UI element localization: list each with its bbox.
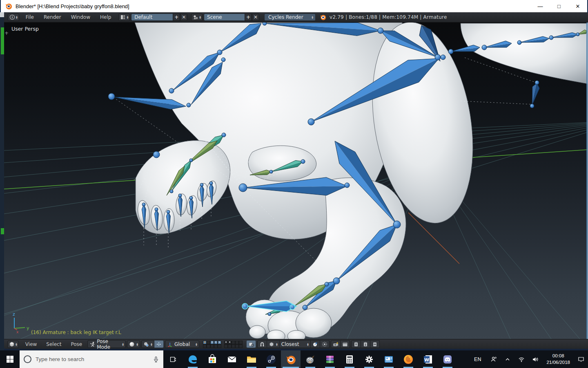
- orientation-value: Global: [174, 341, 194, 347]
- tray-overflow-button[interactable]: [501, 350, 514, 368]
- start-button[interactable]: [0, 350, 20, 368]
- toolshelf-expand-button[interactable]: +: [4, 30, 9, 36]
- taskbar-app-mail[interactable]: [222, 350, 242, 368]
- taskbar-app-gimp[interactable]: [301, 350, 320, 368]
- viewport-shading-selector[interactable]: [127, 340, 140, 348]
- layer-cell[interactable]: [203, 341, 207, 344]
- opengl-render-animation-button[interactable]: [341, 340, 350, 348]
- layer-cell[interactable]: [235, 341, 239, 344]
- taskbar-app-file-explorer[interactable]: [242, 350, 261, 368]
- add-layout-button[interactable]: +: [173, 13, 180, 21]
- layer-cell[interactable]: [214, 344, 218, 348]
- search-input[interactable]: [36, 356, 149, 362]
- snap-toggle[interactable]: [257, 340, 267, 348]
- layer-cell[interactable]: [228, 344, 232, 348]
- taskbar-app-settings[interactable]: [359, 350, 379, 368]
- action-center-icon: [578, 356, 584, 363]
- window-left-edge: [0, 12, 4, 350]
- taskbar-app-display[interactable]: [379, 350, 399, 368]
- layer-cell[interactable]: [218, 344, 221, 348]
- layer-cell[interactable]: [232, 344, 235, 348]
- pose-mode-icon: [89, 341, 95, 347]
- 3d-viewport[interactable]: z y x User Persp + (16) Armature : back …: [4, 22, 588, 339]
- paste-flipped-pose-button[interactable]: [370, 340, 380, 348]
- settings-gear-icon: [364, 354, 374, 365]
- layer-cell[interactable]: [239, 341, 243, 344]
- scene-browse[interactable]: [191, 13, 203, 21]
- transform-orientation-selector[interactable]: Global: [165, 340, 199, 348]
- render-engine-selector[interactable]: Cycles Render: [264, 13, 316, 21]
- taskbar-app-word[interactable]: W: [418, 350, 438, 368]
- menu-help[interactable]: Help: [96, 12, 116, 22]
- layer-cell[interactable]: [239, 344, 243, 348]
- clock[interactable]: 00:08 21/06/2018: [542, 350, 574, 368]
- editor-type-selector-3d[interactable]: [7, 341, 19, 348]
- cortana-icon: [24, 355, 31, 363]
- layer-cell[interactable]: [207, 344, 210, 348]
- layer-cell[interactable]: [224, 344, 228, 348]
- minimize-button[interactable]: —: [531, 0, 550, 12]
- layer-cell[interactable]: [228, 341, 232, 344]
- taskbar-app-calculator[interactable]: [340, 350, 359, 368]
- winrar-icon: [325, 354, 335, 365]
- selector-arrows-icon: [151, 343, 152, 346]
- taskbar-app-discord[interactable]: [438, 350, 457, 368]
- layer-cell[interactable]: [207, 341, 210, 344]
- action-center-button[interactable]: [574, 350, 588, 368]
- paste-pose-button[interactable]: [361, 340, 370, 348]
- language-indicator[interactable]: EN: [468, 350, 487, 368]
- lock-to-scene-toggle[interactable]: [246, 340, 256, 348]
- taskbar-app-blender[interactable]: [281, 350, 301, 368]
- taskbar-search[interactable]: [20, 350, 163, 368]
- close-button[interactable]: ✕: [568, 0, 587, 12]
- taskbar-app-firefox[interactable]: [399, 350, 418, 368]
- screen-layout-name[interactable]: Default: [131, 13, 173, 21]
- task-view-button[interactable]: [163, 350, 183, 368]
- volume-button[interactable]: [528, 350, 542, 368]
- snap-target-selector[interactable]: Closest: [280, 340, 311, 348]
- layer-cell[interactable]: [203, 344, 207, 348]
- remove-layout-button[interactable]: ✕: [180, 13, 187, 21]
- selector-arrows-icon: [199, 16, 201, 19]
- menu-view[interactable]: View: [21, 341, 41, 347]
- layer-cell[interactable]: [218, 341, 221, 344]
- copy-pose-button[interactable]: [351, 340, 361, 348]
- layer-cell[interactable]: [232, 341, 235, 344]
- remove-scene-button[interactable]: ✕: [252, 13, 259, 21]
- scene-statistics: v2.79 | Bones:1/88 | Mem:109.74M | Armat…: [330, 14, 447, 20]
- taskbar-app-store[interactable]: [203, 350, 222, 368]
- calculator-icon: [344, 354, 355, 365]
- viewport-scene[interactable]: z y x: [4, 22, 588, 339]
- menu-select[interactable]: Select: [42, 341, 65, 347]
- layer-cell[interactable]: [210, 344, 214, 348]
- snap-element-selector[interactable]: [267, 340, 280, 348]
- taskbar-app-winrar[interactable]: [320, 350, 340, 368]
- maximize-button[interactable]: □: [550, 0, 568, 12]
- layer-cell[interactable]: [224, 341, 228, 344]
- people-button[interactable]: [487, 350, 501, 368]
- selector-arrows-icon: [127, 16, 128, 19]
- layer-selector[interactable]: [203, 341, 243, 348]
- layer-cell[interactable]: [210, 341, 214, 344]
- layer-cell[interactable]: [214, 341, 218, 344]
- menu-window[interactable]: Window: [67, 12, 95, 22]
- snap-peel-object-toggle[interactable]: [320, 340, 330, 348]
- snap-align-rotation-toggle[interactable]: [311, 340, 320, 348]
- microphone-icon[interactable]: [153, 356, 159, 363]
- editor-type-selector[interactable]: [8, 13, 19, 21]
- menu-file[interactable]: File: [21, 12, 38, 22]
- pivot-point-selector[interactable]: [141, 340, 154, 348]
- opengl-render-image-button[interactable]: [331, 340, 341, 348]
- manipulator-toggle[interactable]: [154, 340, 164, 348]
- scene-name[interactable]: Scene: [204, 13, 245, 21]
- taskbar-app-edge[interactable]: [183, 350, 203, 368]
- axis-x-label: x: [16, 330, 19, 334]
- taskbar-app-steam[interactable]: [261, 350, 281, 368]
- menu-render[interactable]: Render: [39, 12, 66, 22]
- screen-layout-browse[interactable]: [118, 13, 130, 21]
- menu-pose[interactable]: Pose: [67, 341, 86, 347]
- layer-cell[interactable]: [235, 344, 239, 348]
- network-button[interactable]: [514, 350, 528, 368]
- mode-selector[interactable]: Pose Mode: [87, 340, 126, 348]
- add-scene-button[interactable]: +: [245, 13, 252, 21]
